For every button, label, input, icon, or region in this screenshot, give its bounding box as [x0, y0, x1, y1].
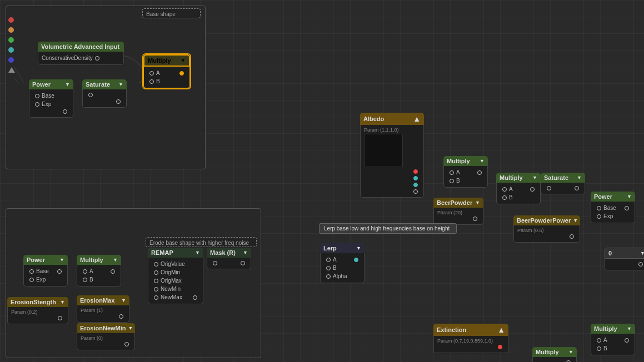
node-header-beer-powder-power[interactable]: BeerPowderPower ▼ [513, 215, 580, 225]
sidebar-dot-teal[interactable] [8, 47, 14, 53]
sidebar-dot-orange[interactable] [8, 27, 14, 33]
pin-out-albedo-a [361, 188, 423, 195]
chevron-multiply3: ▼ [532, 175, 537, 180]
node-beer-powder-power: BeerPowderPower ▼ Param (0.5) [513, 215, 580, 243]
pin-a-lerp: A [321, 255, 364, 264]
pin-label-origvalue: OrigValue [161, 261, 185, 267]
pin-label-a-m3: A [509, 186, 513, 192]
pin-base-p3: Base [24, 267, 67, 275]
node-multiply-2: Multiply ▼ A B [443, 156, 488, 188]
node-header-power3[interactable]: Power ▼ [23, 255, 68, 265]
node-title-beer-powder-power: BeerPowderPower [517, 217, 571, 224]
pin-dot-a-m5 [597, 338, 601, 343]
node-remap: REMAP ▼ OrigValue OrigMin OrigMax NewMin… [148, 248, 203, 304]
sidebar-dot-red[interactable] [8, 17, 14, 23]
pin-dot-origvalue [154, 262, 158, 267]
node-header-beer-powder[interactable]: BeerPowder ▼ [433, 198, 483, 208]
node-header-erosion-strength[interactable]: ErosionStength ▼ [7, 297, 68, 307]
node-header-erosion-max[interactable]: ErosionMax ▼ [77, 295, 129, 305]
pin-dot-out-bpp [570, 234, 574, 239]
chevron-zero: ▼ [640, 250, 644, 256]
pin-label-alpha-lerp: Alpha [333, 273, 347, 279]
pin-b-m2: B [444, 177, 487, 185]
pin-dot-out-m5 [625, 338, 629, 343]
pin-label-origmin: OrigMin [161, 269, 180, 275]
node-header-power1[interactable]: Power ▼ [29, 79, 73, 89]
pin-out-erosion-strength [8, 315, 68, 321]
sidebar-dot-blue[interactable] [8, 57, 14, 63]
pin-dot-albedo-b [413, 183, 418, 187]
pin-dot-out-power1 [63, 109, 67, 114]
node-header-lerp[interactable]: Lerp ▼ [320, 243, 365, 253]
node-saturate-1: Saturate ▼ [82, 79, 127, 108]
chevron-albedo: ▲ [413, 114, 421, 123]
pin-dot-b-msel [149, 79, 154, 84]
node-header-erosion-new-min[interactable]: ErosionNewMin ▼ [77, 323, 135, 333]
node-header-extinction[interactable]: Extinction ▲ [433, 324, 508, 336]
chevron-erosion-max: ▼ [121, 298, 126, 303]
pin-origmin: OrigMin [148, 268, 203, 276]
node-title-multiply3: Multiply [500, 174, 523, 181]
pin-dot-newmax [154, 295, 158, 300]
pin-label-b-lerp: B [333, 265, 337, 271]
node-header-zero[interactable]: 0 ▼ [605, 248, 644, 259]
pin-label-b-msel: B [156, 78, 160, 84]
pin-dot-out-beer [473, 217, 477, 221]
node-title-erosion-new-min: ErosionNewMin [80, 325, 126, 331]
node-header-multiply5[interactable]: Multiply ▼ [591, 324, 635, 334]
chevron-multiply4: ▼ [113, 257, 118, 263]
node-header-multiply6[interactable]: Multiply ▼ [532, 347, 577, 357]
chevron-erosion-strength: ▼ [60, 299, 65, 305]
pin-in-mask-r [207, 260, 251, 267]
node-mask-r: Mask (R) ▼ [207, 248, 251, 269]
pin-out-power1 [29, 108, 73, 115]
node-title-power2: Power [594, 193, 612, 200]
chevron-multiply5: ▼ [627, 326, 632, 331]
node-multiply-selected: Multiply ▼ A B [142, 53, 191, 89]
pin-label-origmax: OrigMax [161, 278, 182, 284]
pin-dot-exp-p2 [597, 214, 601, 219]
node-title-albedo: Albedo [363, 115, 384, 122]
pin-a-m2: A [444, 168, 487, 177]
pin-in-sat2 [541, 185, 585, 192]
chevron-beer-powder: ▼ [475, 200, 480, 205]
pin-a-m4: A [77, 267, 121, 275]
node-header-albedo[interactable]: Albedo ▲ [360, 113, 424, 125]
sidebar-triangle[interactable] [8, 67, 15, 73]
node-header-remap[interactable]: REMAP ▼ [148, 248, 203, 258]
node-header-multiply4[interactable]: Multiply ▼ [77, 255, 121, 265]
pin-dot-a-m4 [83, 269, 87, 274]
node-lerp: Lerp ▼ A B Alpha [320, 243, 365, 283]
node-erosion-max: ErosionMax ▼ Param (1) [77, 295, 129, 323]
chevron-lerp: ▼ [356, 245, 361, 251]
pin-out-saturate1 [83, 98, 126, 105]
pin-out-albedo-r [361, 168, 423, 175]
node-header-multiply2[interactable]: Multiply ▼ [443, 156, 488, 166]
node-header-saturate2[interactable]: Saturate ▼ [541, 173, 585, 183]
pin-conservative-density: ConservativeDensity [38, 54, 123, 62]
pin-dot-a-m3 [502, 187, 507, 192]
pin-label-b-m5: B [603, 345, 607, 351]
pin-dot-base1 [35, 94, 39, 98]
node-header-saturate1[interactable]: Saturate ▼ [82, 79, 127, 89]
node-header-volumetric[interactable]: Volumetric Advanced Input [38, 42, 124, 52]
node-header-multiply-sel[interactable]: Multiply ▼ [143, 54, 190, 67]
chevron-mask-r: ▼ [243, 250, 248, 255]
pin-label-b-m3: B [509, 194, 513, 200]
pin-label-exp-p2: Exp [603, 213, 613, 219]
pin-exp-power1: Exp [29, 100, 73, 108]
node-header-power2[interactable]: Power ▼ [591, 192, 635, 202]
pin-dot-in-mask [213, 261, 217, 265]
node-header-multiply3[interactable]: Multiply ▼ [496, 173, 541, 183]
pin-dot-albedo-g [413, 176, 418, 180]
pin-label-a-msel: A [156, 70, 160, 76]
node-title-power1: Power [32, 81, 51, 88]
pin-dot-in-sat2 [547, 186, 551, 190]
pin-dot-b-lerp [326, 266, 331, 270]
pin-out-extinction [434, 344, 508, 350]
pin-out-bpp [514, 233, 580, 240]
node-header-mask-r[interactable]: Mask (R) ▼ [207, 248, 251, 258]
sidebar-dot-green[interactable] [8, 37, 14, 43]
pin-dot-exp1 [35, 102, 39, 107]
node-multiply-6: Multiply ▼ [532, 347, 577, 362]
